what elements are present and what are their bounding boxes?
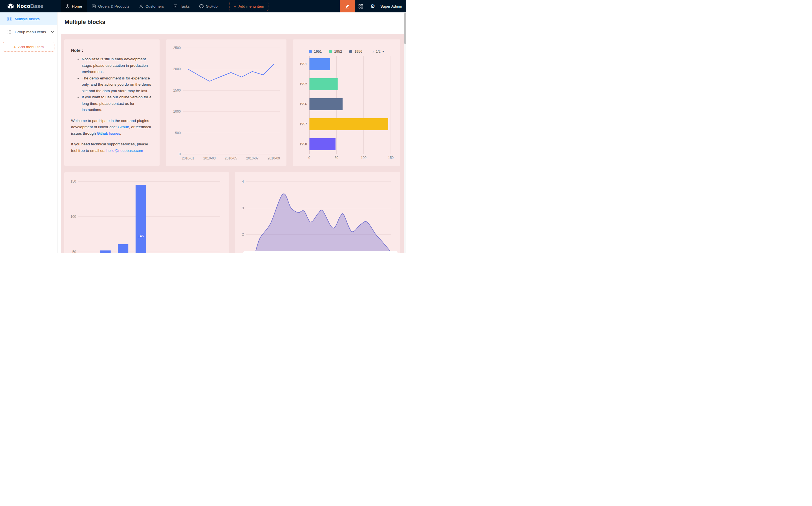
svg-text:500: 500 — [175, 131, 181, 135]
note-welcome-paragraph: Welcome to participate in the core and p… — [71, 118, 153, 137]
svg-text:1956: 1956 — [299, 102, 307, 106]
svg-text:2010-09: 2010-09 — [268, 156, 280, 160]
content-area: Note： NocoBase is still in early develop… — [61, 34, 404, 253]
customers-icon — [139, 4, 143, 8]
add-menu-item-button[interactable]: + Add menu item — [229, 2, 269, 11]
nav-item-github[interactable]: GitHub — [195, 0, 222, 12]
legend-pager-down-icon[interactable]: ▼ — [382, 51, 385, 53]
legend-marker — [349, 50, 352, 53]
settings-button[interactable]: ⚙ — [367, 0, 379, 12]
column-chart: 5010015038526114548 — [64, 172, 229, 253]
area-chart: 234 — [235, 172, 400, 253]
tasks-icon — [173, 4, 177, 8]
axis-labels: 234 — [242, 180, 244, 236]
sidebar-item-multiple-blocks[interactable]: Multiple blocks — [0, 12, 57, 25]
svg-text:1952: 1952 — [299, 82, 307, 86]
hbar-chart-svg: 05010015019511952195619571958 — [293, 55, 400, 166]
nav-item-orders-products[interactable]: Orders & Products — [87, 0, 134, 12]
brand-name-bold: Noco — [17, 3, 30, 9]
svg-text:50: 50 — [335, 156, 339, 160]
email-link[interactable]: hello@nocobase.com — [106, 149, 143, 153]
brand-name: NocoBase — [17, 3, 44, 9]
home-icon — [65, 4, 70, 8]
blocks-row-1: Note： NocoBase is still in early develop… — [64, 39, 400, 166]
plugin-manager-button[interactable] — [355, 0, 367, 12]
svg-text:1958: 1958 — [299, 142, 307, 146]
bar-series: 38526114548 — [83, 185, 163, 253]
nav-item-tasks[interactable]: Tasks — [169, 0, 195, 12]
svg-text:4: 4 — [242, 180, 244, 184]
vertical-scrollbar[interactable] — [404, 12, 406, 253]
legend-label: 1951 — [314, 50, 322, 54]
svg-text:100: 100 — [361, 156, 367, 160]
legend-label: 1956 — [354, 50, 362, 54]
area-fill — [246, 194, 391, 253]
line-chart-block: 050010001500200025002010-012010-032010-0… — [166, 39, 286, 166]
svg-text:1500: 1500 — [173, 88, 181, 92]
svg-text:150: 150 — [388, 156, 393, 160]
legend-pager-up-icon[interactable]: ▲ — [372, 51, 374, 53]
sidebar-add-menu-item-button[interactable]: + Add menu item — [3, 42, 55, 52]
svg-text:50: 50 — [72, 250, 76, 253]
sidebar-item-group-menu-items[interactable]: Group menu items — [0, 25, 57, 38]
note-bullet-list: NocoBase is still in early development s… — [71, 56, 153, 113]
svg-text:3: 3 — [242, 206, 244, 210]
ui-editor-button[interactable] — [340, 0, 355, 12]
svg-text:2010-05: 2010-05 — [225, 156, 237, 160]
add-menu-item-label: Add menu item — [238, 4, 264, 8]
svg-text:1000: 1000 — [173, 109, 181, 113]
legend-label: 1952 — [334, 50, 342, 54]
svg-text:2: 2 — [242, 233, 244, 236]
line-chart: 050010001500200025002010-012010-032010-0… — [166, 39, 286, 167]
svg-text:1951: 1951 — [299, 62, 307, 66]
note-text: . — [120, 131, 121, 136]
horizontal-bar-chart: 05010015019511952195619571958 — [293, 55, 400, 167]
note-support-paragraph: If you need technical support services, … — [71, 141, 153, 154]
area-chart-svg: 234 — [235, 172, 400, 253]
legend-item-1951[interactable]: 1951 — [309, 50, 322, 54]
chart-scrollbar[interactable] — [243, 251, 397, 253]
nav-item-customers[interactable]: Customers — [134, 0, 169, 12]
nav-item-label: Orders & Products — [98, 4, 129, 8]
blocks-grid-icon — [7, 17, 12, 21]
add-menu-item-label: Add menu item — [18, 45, 44, 49]
legend-item-1952[interactable]: 1952 — [329, 50, 342, 54]
svg-text:2010-03: 2010-03 — [203, 156, 216, 160]
markdown-note-block: Note： NocoBase is still in early develop… — [64, 39, 160, 166]
plus-icon: + — [234, 4, 236, 8]
brand-name-light: Base — [30, 3, 43, 9]
current-user[interactable]: Super Admin — [380, 4, 402, 8]
column-chart-svg: 5010015038526114548 — [64, 172, 229, 253]
legend-marker — [309, 50, 312, 53]
nocobase-logo-icon — [7, 3, 14, 9]
top-navbar: NocoBase Home Orders & Products Customer… — [0, 0, 406, 12]
navbar-right-actions: ⚙ Super Admin — [340, 0, 406, 12]
github-issues-link[interactable]: Github Issues — [97, 131, 121, 136]
brand[interactable]: NocoBase — [0, 0, 61, 12]
axis-labels: 050010001500200025002010-012010-032010-0… — [173, 46, 280, 160]
bar-series — [310, 58, 388, 150]
line-series — [188, 64, 274, 81]
note-bullet: The demo environment is for experience o… — [82, 75, 153, 94]
nav-item-label: Customers — [145, 4, 164, 8]
github-link[interactable]: Github — [118, 125, 129, 129]
nav-item-label: GitHub — [206, 4, 218, 8]
svg-text:0: 0 — [179, 152, 181, 156]
sidebar-item-label: Multiple blocks — [15, 17, 40, 21]
github-icon — [199, 4, 204, 8]
legend-item-1956[interactable]: 1956 — [349, 50, 362, 54]
legend-pager-label: 1/2 — [376, 50, 381, 54]
svg-text:2010-01: 2010-01 — [182, 156, 194, 160]
main-menu: Home Orders & Products Customers Tasks G… — [61, 0, 269, 12]
nav-item-home[interactable]: Home — [61, 0, 87, 12]
area-chart-block: 234 — [235, 172, 400, 253]
line-chart-svg: 050010001500200025002010-012010-032010-0… — [166, 39, 286, 166]
svg-text:145: 145 — [138, 234, 144, 238]
column-chart-block: 5010015038526114548 — [64, 172, 229, 253]
page-header: Multiple blocks — [58, 12, 404, 34]
svg-text:2010-07: 2010-07 — [246, 156, 259, 160]
grid-lines — [183, 48, 280, 154]
scrollbar-thumb[interactable] — [404, 13, 406, 44]
list-icon — [7, 30, 12, 34]
svg-text:100: 100 — [71, 215, 76, 219]
